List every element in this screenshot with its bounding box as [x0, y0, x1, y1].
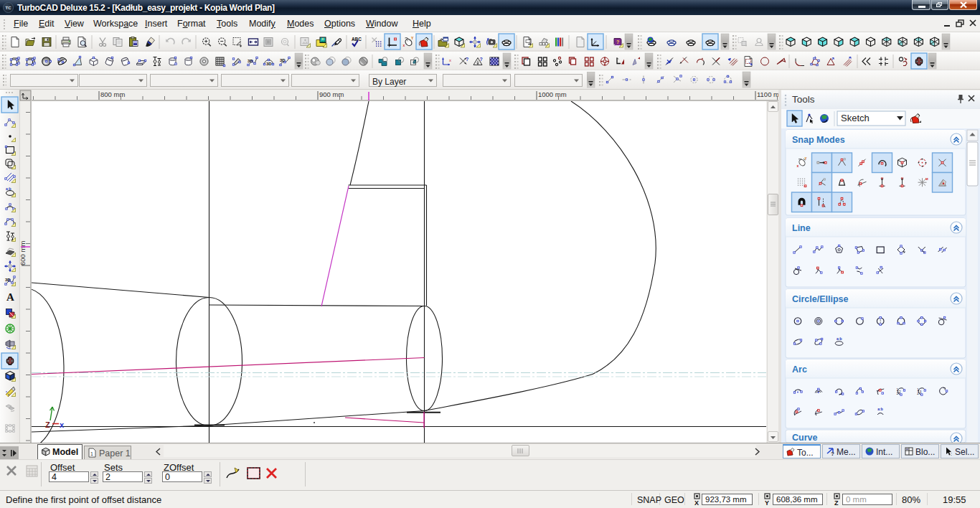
svg-text:Snap Modes: Snap Modes	[792, 135, 845, 145]
svg-text:1000 mm: 1000 mm	[538, 90, 567, 98]
svg-text:2: 2	[899, 390, 901, 394]
svg-text:a:b: a:b	[877, 407, 883, 411]
svg-text:Line: Line	[792, 223, 811, 233]
svg-text:a:b: a:b	[837, 337, 842, 341]
svg-text:600 mm: 600 mm	[19, 241, 27, 265]
svg-text:x: x	[797, 164, 799, 168]
svg-text:800 mm: 800 mm	[100, 90, 125, 98]
svg-text:Z: Z	[45, 420, 50, 429]
svg-text:ABC: ABC	[352, 37, 362, 42]
svg-text:900 mm: 900 mm	[319, 90, 344, 98]
svg-text:M: M	[925, 177, 928, 181]
svg-text:Arc: Arc	[792, 364, 807, 375]
svg-text:Z: Z	[834, 499, 839, 506]
svg-text:?: ?	[831, 451, 834, 456]
svg-text:x: x	[403, 43, 405, 47]
svg-text:Circle/Ellipse: Circle/Ellipse	[792, 294, 849, 304]
svg-text:1: 1	[90, 451, 93, 456]
svg-text::: :	[951, 451, 952, 456]
svg-text:?: ?	[616, 39, 619, 44]
svg-text:Sketch: Sketch	[841, 113, 870, 123]
svg-text:x: x	[449, 57, 451, 62]
svg-text:3: 3	[920, 390, 922, 394]
svg-text:3D: 3D	[280, 57, 286, 62]
svg-text:3D: 3D	[266, 62, 272, 66]
svg-text:Curve: Curve	[792, 433, 817, 443]
svg-text:?: ?	[466, 56, 468, 61]
svg-text:Tools: Tools	[792, 94, 815, 105]
svg-text:Y: Y	[765, 499, 769, 506]
svg-text:x: x	[60, 420, 65, 429]
svg-text:X: X	[694, 499, 699, 506]
svg-text:?: ?	[480, 56, 483, 61]
svg-text:Y: Y	[805, 157, 807, 161]
svg-text:3D: 3D	[248, 58, 253, 62]
